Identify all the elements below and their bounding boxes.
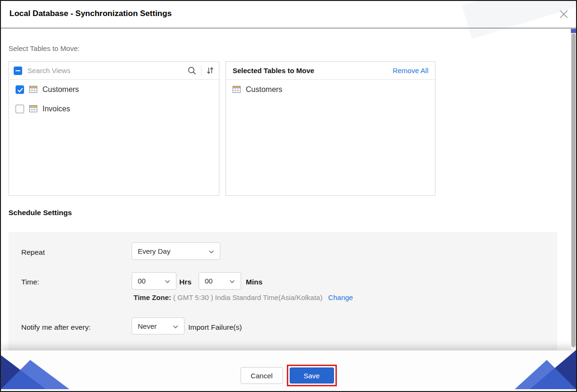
- select-tables-label: Select Tables to Move:: [8, 44, 80, 52]
- timezone-label: Time Zone:: [134, 293, 171, 301]
- invoices-checkbox[interactable]: [16, 105, 24, 113]
- table-row-customers[interactable]: Customers: [9, 80, 219, 99]
- selected-tables-header: Selected Tables to Move Remove All: [226, 62, 435, 80]
- background-corner-left: [1, 347, 72, 391]
- chevron-down-icon: [229, 277, 235, 285]
- scrollbar-accent: [571, 29, 576, 33]
- timezone-line: Time Zone: ( GMT 5:30 ) India Standard T…: [134, 293, 353, 301]
- table-name: Customers: [42, 85, 79, 94]
- notify-dropdown[interactable]: Never: [132, 317, 184, 334]
- select-all-checkbox[interactable]: [14, 67, 22, 75]
- table-icon: [29, 105, 37, 112]
- hours-dropdown[interactable]: 00: [132, 272, 176, 290]
- notify-value: Never: [138, 322, 157, 330]
- table-name: Invoices: [42, 105, 70, 113]
- sort-icon[interactable]: [206, 67, 214, 75]
- repeat-dropdown[interactable]: Every Day: [132, 242, 220, 260]
- scrollbar-thumb[interactable]: [571, 33, 576, 347]
- cancel-button[interactable]: Cancel: [241, 367, 283, 384]
- customers-checkbox[interactable]: [16, 85, 24, 94]
- available-tables-panel: Customers Invoices: [8, 61, 219, 196]
- dialog-header: Local Database - Synchronization Setting…: [0, 0, 577, 28]
- chevron-down-icon: [173, 322, 178, 330]
- repeat-value: Every Day: [138, 247, 170, 255]
- notify-suffix-label: Import Failure(s): [188, 323, 242, 332]
- selected-table-name: Customers: [246, 85, 282, 94]
- search-icon[interactable]: [187, 66, 196, 75]
- search-input[interactable]: [27, 67, 187, 75]
- vertical-scrollbar[interactable]: [571, 29, 576, 391]
- table-icon: [233, 86, 241, 93]
- save-annotation-highlight: Save: [287, 365, 337, 386]
- selected-tables-title: Selected Tables to Move: [233, 67, 314, 75]
- schedule-settings-panel: Repeat Every Day Time: 00 Hrs 00 Mins Ti…: [8, 232, 557, 351]
- table-row-invoices[interactable]: Invoices: [9, 99, 219, 118]
- selected-tables-panel: Selected Tables to Move Remove All Custo…: [226, 61, 435, 196]
- time-label: Time:: [21, 278, 39, 286]
- hours-unit-label: Hrs: [179, 278, 192, 286]
- minutes-unit-label: Mins: [246, 278, 262, 286]
- dialog-title: Local Database - Synchronization Setting…: [9, 9, 172, 18]
- remove-all-link[interactable]: Remove All: [393, 67, 428, 75]
- minutes-value: 00: [205, 277, 213, 285]
- dialog-footer: Cancel Save: [1, 350, 576, 391]
- chevron-down-icon: [165, 277, 170, 285]
- timezone-change-link[interactable]: Change: [328, 293, 353, 301]
- close-icon[interactable]: [558, 8, 569, 20]
- schedule-settings-heading: Schedule Settings: [8, 209, 72, 217]
- chevron-down-icon: [209, 247, 214, 255]
- table-icon: [29, 86, 37, 93]
- toolbar-divider: [201, 66, 201, 76]
- notify-label: Notify me after every:: [21, 323, 91, 332]
- repeat-label: Repeat: [21, 248, 45, 257]
- save-button[interactable]: Save: [290, 367, 334, 384]
- hours-value: 00: [138, 277, 146, 285]
- background-corner-right: [515, 344, 576, 391]
- minutes-dropdown[interactable]: 00: [199, 272, 241, 290]
- timezone-value: ( GMT 5:30 ) India Standard Time(Asia/Ko…: [173, 293, 323, 301]
- footer-buttons: Cancel Save: [241, 365, 337, 386]
- available-tables-toolbar: [9, 62, 219, 80]
- selected-table-row: Customers: [226, 80, 435, 99]
